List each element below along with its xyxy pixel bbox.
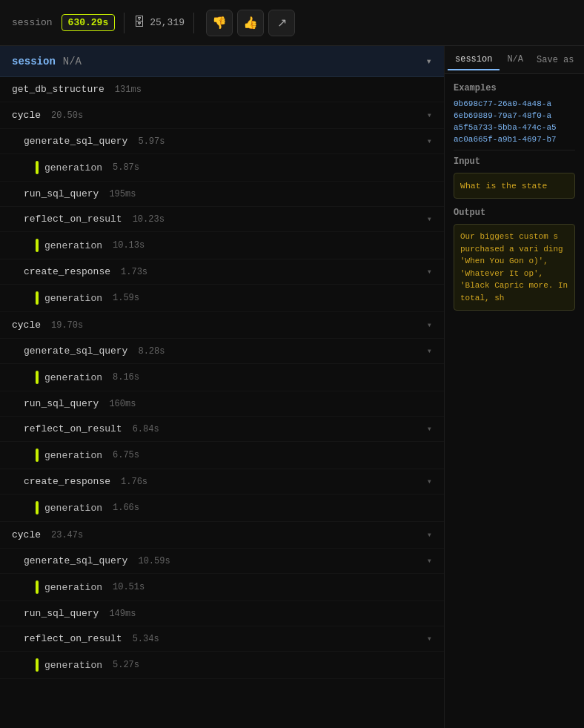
item-time-create-resp-1: 1.73s: [121, 267, 147, 277]
right-content: Examples 0b698c77-26a0-4a48-a 6eb69889-7…: [445, 74, 584, 320]
tab-na[interactable]: N/A: [500, 50, 531, 70]
input-title: Input: [454, 156, 575, 167]
cycle-name-2: cycle: [12, 320, 41, 331]
gen-bar-6: [36, 501, 39, 514]
right-tabs: session N/A Save as: [445, 46, 584, 74]
example-link-2[interactable]: 6eb69889-79a7-48f0-a: [454, 111, 575, 120]
tree-item-gen-sql-1[interactable]: generate_sql_query 5.97s ▾: [0, 129, 444, 154]
reflect-chevron-2: ▾: [427, 423, 432, 434]
example-link-3[interactable]: a5f5a733-5bba-474c-a5: [454, 123, 575, 132]
divider-2: [193, 13, 194, 33]
item-time-gen-sql-2: 8.28s: [138, 346, 165, 357]
tree-item-create-resp-2[interactable]: create_response 1.76s ▾: [0, 469, 444, 494]
gen-time-8: 5.27s: [113, 660, 139, 670]
output-box: Our biggest custom s purchased a vari di…: [454, 224, 575, 311]
item-name-gen-sql-2: generate_sql_query: [24, 345, 127, 357]
session-chevron-icon: ▾: [426, 55, 432, 67]
cycle-time-1: 20.50s: [51, 110, 83, 121]
item-name-create-resp-2: create_response: [24, 476, 110, 487]
cycle-chevron-1: ▾: [427, 110, 432, 121]
gen-item-2: generation 10.13s: [0, 232, 444, 259]
item-name-gen-sql-1: generate_sql_query: [24, 136, 127, 147]
item-time-reflect-2: 6.84s: [133, 424, 159, 434]
item-name-reflect-3: reflect_on_result: [24, 633, 122, 644]
tree-item-reflect-3[interactable]: reflect_on_result 5.34s ▾: [0, 626, 444, 652]
session-header-na: N/A: [63, 56, 82, 67]
item-time-run-sql-3: 149ms: [109, 609, 136, 619]
thumbdown-button[interactable]: 👎: [206, 10, 233, 36]
database-icon: 🗄: [133, 16, 145, 30]
gen-item-5: generation 6.75s: [0, 442, 444, 469]
example-link-4[interactable]: ac0a665f-a9b1-4697-b7: [454, 135, 575, 144]
gen-time-1: 5.87s: [113, 162, 139, 173]
gen-bar-1: [36, 161, 39, 174]
tree-item-gen-sql-3[interactable]: generate_sql_query 10.59s ▾: [0, 549, 444, 574]
gen-bar-7: [36, 580, 39, 594]
output-title: Output: [454, 208, 575, 218]
gen-time-2: 10.13s: [113, 240, 145, 251]
input-box: What is the state: [454, 173, 575, 199]
divider-right: [454, 150, 575, 150]
left-panel: session N/A ▾ get_db_structure 131ms cyc…: [0, 46, 445, 728]
gen-time-3: 1.59s: [113, 293, 139, 303]
create-resp-chevron-1: ▾: [427, 266, 432, 277]
tree-item-run-sql-3[interactable]: run_sql_query 149ms: [0, 601, 444, 626]
tab-save-as[interactable]: Save as: [531, 50, 580, 70]
tree-item-run-sql-2[interactable]: run_sql_query 160ms: [0, 391, 444, 417]
tree-item-gen-sql-2[interactable]: generate_sql_query 8.28s ▾: [0, 339, 444, 364]
db-count: 25,319: [150, 17, 185, 28]
gen-name-4: generation: [44, 372, 102, 383]
gen-item-6: generation 1.66s: [0, 494, 444, 522]
cycle-chevron-2: ▾: [427, 320, 432, 331]
session-header-tag: session: [12, 56, 56, 67]
gen-time-4: 8.16s: [113, 372, 139, 383]
example-link-1[interactable]: 0b698c77-26a0-4a48-a: [454, 99, 575, 108]
external-link-button[interactable]: ↗: [268, 10, 295, 36]
item-time-gen-sql-3: 10.59s: [138, 556, 170, 566]
tree-item-reflect-2[interactable]: reflect_on_result 6.84s ▾: [0, 417, 444, 442]
gen-name-1: generation: [44, 162, 102, 173]
output-text: Our biggest custom s purchased a vari di…: [460, 232, 568, 302]
session-label: session: [12, 17, 53, 28]
cycle-name-1: cycle: [12, 110, 41, 121]
tree-item-reflect-1[interactable]: reflect_on_result 10.23s ▾: [0, 207, 444, 232]
gen-name-8: generation: [44, 660, 102, 671]
db-badge: 🗄 25,319: [133, 16, 185, 30]
item-name-create-resp-1: create_response: [24, 266, 110, 277]
gen-name-5: generation: [44, 450, 102, 461]
gen-sql-chevron-2: ▾: [427, 345, 432, 357]
main-layout: session N/A ▾ get_db_structure 131ms cyc…: [0, 46, 584, 728]
gen-time-5: 6.75s: [113, 450, 139, 460]
gen-name-6: generation: [44, 503, 102, 514]
create-resp-chevron-2: ▾: [427, 476, 432, 487]
item-time-create-resp-2: 1.76s: [121, 477, 147, 487]
thumbup-button[interactable]: 👍: [237, 10, 264, 36]
gen-sql-chevron-3: ▾: [427, 555, 432, 566]
cycle-chevron-3: ▾: [427, 529, 432, 540]
gen-time-6: 1.66s: [113, 503, 139, 513]
gen-name-2: generation: [44, 240, 102, 251]
cycle-item-3[interactable]: cycle 23.47s ▾: [0, 522, 444, 549]
item-name-run-sql-3: run_sql_query: [24, 608, 99, 619]
tree-item-create-resp-1[interactable]: create_response 1.73s ▾: [0, 259, 444, 285]
top-actions: 👎 👍 ↗: [206, 10, 295, 36]
thumbdown-icon: 👎: [212, 16, 227, 30]
item-name-gen-sql-3: generate_sql_query: [24, 555, 127, 566]
item-time-run-sql-2: 160ms: [109, 399, 136, 409]
cycle-item-1[interactable]: cycle 20.50s ▾: [0, 102, 444, 129]
gen-item-4: generation 8.16s: [0, 364, 444, 391]
gen-bar-4: [36, 371, 39, 384]
item-name-reflect-2: reflect_on_result: [24, 423, 122, 434]
right-panel: session N/A Save as Examples 0b698c77-26…: [445, 46, 584, 728]
tree-item-run-sql-1[interactable]: run_sql_query 195ms: [0, 182, 444, 207]
item-name-run-sql-2: run_sql_query: [24, 398, 99, 409]
session-header[interactable]: session N/A ▾: [0, 46, 444, 77]
gen-item-1: generation 5.87s: [0, 154, 444, 182]
gen-name-7: generation: [44, 582, 102, 593]
tab-session[interactable]: session: [448, 50, 500, 70]
item-name-run-sql-1: run_sql_query: [24, 188, 99, 199]
gen-item-7: generation 10.51s: [0, 574, 444, 601]
tree-item-get-db-structure[interactable]: get_db_structure 131ms: [0, 77, 444, 102]
cycle-item-2[interactable]: cycle 19.70s ▾: [0, 312, 444, 339]
item-time-reflect-1: 10.23s: [133, 214, 165, 225]
